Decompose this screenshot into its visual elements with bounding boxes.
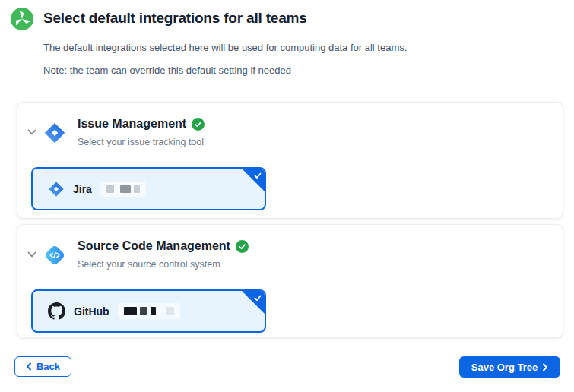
- option-card-github[interactable]: GitHub: [31, 289, 266, 333]
- back-button-label: Back: [36, 361, 60, 372]
- back-button[interactable]: Back: [14, 356, 71, 377]
- jira-icon: [43, 122, 66, 144]
- section-subtitle: Select your issue tracking tool: [78, 137, 204, 147]
- jira-icon: [48, 181, 65, 198]
- chevron-down-icon[interactable]: [27, 127, 37, 138]
- redacted-text: [100, 182, 146, 197]
- save-org-tree-button[interactable]: Save Org Tree: [459, 356, 560, 378]
- page-title: Select default integrations for all team…: [43, 10, 307, 27]
- section-title: Source Code Management: [78, 239, 230, 253]
- save-button-label: Save Org Tree: [471, 362, 538, 373]
- app-logo-icon: [11, 8, 33, 30]
- green-check-badge-icon: [236, 240, 249, 253]
- section-issue-management: Issue Management Select your issue track…: [17, 102, 563, 219]
- section-title: Issue Management: [78, 117, 186, 131]
- redacted-text: [118, 303, 180, 319]
- chevron-down-icon[interactable]: [27, 249, 37, 260]
- green-check-badge-icon: [192, 118, 205, 131]
- selected-check-icon: [253, 171, 262, 180]
- option-label: Jira: [73, 183, 92, 195]
- code-diamond-icon: [43, 244, 66, 267]
- section-source-code-management: Source Code Management Select your sourc…: [17, 224, 563, 338]
- chevron-right-icon: [542, 363, 548, 371]
- chevron-left-icon: [26, 362, 32, 371]
- option-card-jira[interactable]: Jira: [31, 167, 266, 210]
- page-note: Note: the team can override this default…: [43, 65, 291, 76]
- section-subtitle: Select your source control system: [78, 259, 220, 270]
- selected-check-icon: [253, 293, 262, 302]
- option-label: GitHub: [74, 305, 109, 318]
- page-description: The default integrations selected here w…: [43, 42, 407, 53]
- github-icon: [48, 302, 65, 320]
